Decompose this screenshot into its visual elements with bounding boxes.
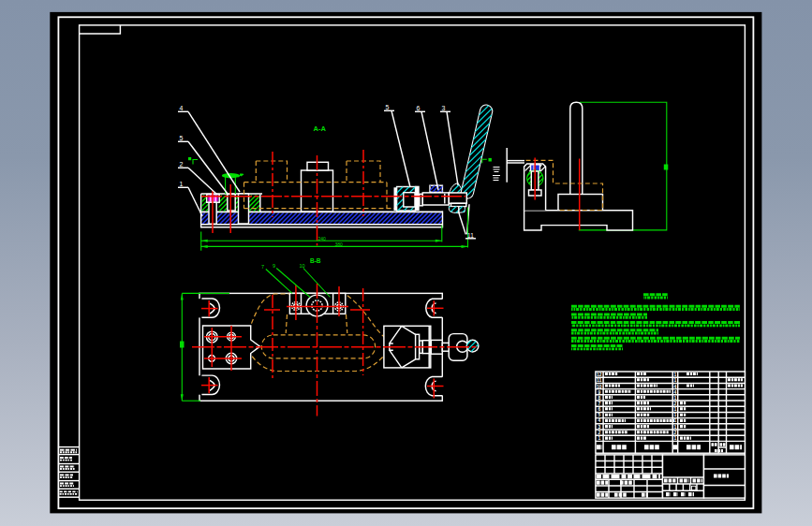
svg-text:5: 5	[386, 104, 390, 110]
svg-text:10: 10	[300, 263, 305, 269]
svg-text:1: 1	[180, 181, 184, 187]
svg-text:11: 11	[467, 232, 474, 239]
svg-text:B-B: B-B	[310, 257, 321, 264]
svg-text:1: 1	[674, 435, 677, 441]
svg-text:1: 1	[674, 377, 677, 383]
svg-text:6: 6	[598, 406, 601, 412]
svg-text:4: 4	[598, 417, 601, 423]
svg-text:A-A: A-A	[314, 124, 327, 133]
svg-text:380: 380	[335, 241, 344, 247]
svg-text:2: 2	[674, 430, 677, 435]
svg-text:4: 4	[180, 105, 184, 111]
svg-text:5: 5	[180, 135, 184, 141]
svg-text:2: 2	[180, 161, 184, 168]
svg-text:240: 240	[318, 236, 327, 241]
svg-text:1: 1	[674, 406, 677, 412]
svg-text:1: 1	[598, 435, 601, 441]
svg-text:9: 9	[273, 263, 275, 269]
svg-text:7: 7	[261, 264, 264, 270]
svg-text:3: 3	[442, 105, 446, 111]
svg-text:6: 6	[417, 105, 421, 111]
svg-text:11: 11	[597, 377, 602, 383]
svg-text:2: 2	[598, 430, 601, 435]
